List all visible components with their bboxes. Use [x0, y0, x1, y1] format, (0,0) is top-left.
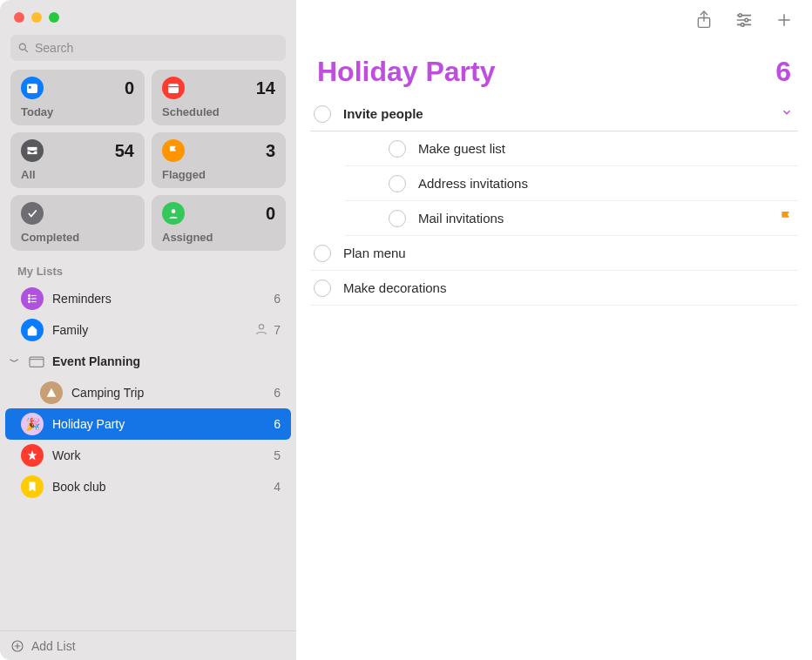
- list-total-count: 6: [775, 56, 791, 88]
- svg-rect-14: [30, 357, 44, 367]
- sidebar: 0 Today 14 Scheduled 54: [0, 0, 296, 660]
- smart-tile-all[interactable]: 54 All: [10, 132, 145, 188]
- smart-tile-count: 14: [256, 78, 275, 98]
- reminder-title: Invite people: [343, 106, 781, 121]
- party-popper-icon: 🎉: [21, 413, 44, 435]
- person-icon: [162, 202, 185, 225]
- main-pane: Holiday Party 6 Invite people Make guest…: [296, 0, 812, 660]
- list-label: Holiday Party: [52, 417, 274, 431]
- plus-icon: [775, 11, 793, 29]
- search-field[interactable]: [10, 35, 286, 61]
- svg-point-22: [745, 18, 748, 22]
- complete-toggle[interactable]: [314, 105, 331, 123]
- add-list-button[interactable]: Add List: [0, 630, 296, 660]
- svg-point-0: [19, 44, 25, 50]
- smart-tile-completed[interactable]: Completed: [10, 195, 145, 251]
- sidebar-item-book-club[interactable]: Book club 4: [0, 471, 296, 502]
- svg-rect-2: [27, 84, 37, 93]
- smart-tile-label: Flagged: [162, 168, 275, 181]
- reminder-title: Make decorations: [343, 280, 798, 295]
- star-icon: [21, 444, 44, 467]
- sidebar-item-reminders[interactable]: Reminders 6: [0, 283, 296, 314]
- close-window-button[interactable]: [14, 12, 24, 23]
- folder-icon: [28, 353, 45, 370]
- calendar-icon: [162, 77, 185, 99]
- smart-tile-today[interactable]: 0 Today: [10, 70, 145, 125]
- reminder-title: Mail invitations: [418, 211, 779, 226]
- reminders-list: Invite people Make guest list Address in…: [296, 97, 812, 306]
- smart-lists-grid: 0 Today 14 Scheduled 54: [0, 70, 296, 251]
- smart-tile-label: Scheduled: [162, 105, 275, 118]
- calendar-today-icon: [21, 77, 44, 99]
- complete-toggle[interactable]: [389, 210, 406, 227]
- fullscreen-window-button[interactable]: [49, 12, 59, 23]
- smart-tile-label: Assigned: [162, 231, 275, 244]
- smart-tile-label: Completed: [21, 231, 134, 244]
- flag-icon[interactable]: [779, 210, 793, 227]
- flag-icon: [162, 139, 185, 162]
- svg-point-13: [260, 324, 264, 328]
- sidebar-item-holiday-party[interactable]: 🎉 Holiday Party 6: [5, 408, 291, 440]
- reminder-title: Address invitations: [418, 176, 798, 191]
- sidebar-item-work[interactable]: Work 5: [0, 440, 296, 471]
- house-icon: [21, 319, 44, 341]
- complete-toggle[interactable]: [389, 175, 406, 192]
- list-bullet-icon: [21, 287, 44, 310]
- reminder-item-invite-people[interactable]: Invite people: [310, 97, 798, 131]
- reminder-title: Make guest list: [418, 141, 798, 156]
- tray-icon: [21, 139, 44, 162]
- svg-point-9: [29, 298, 30, 300]
- smart-tile-scheduled[interactable]: 14 Scheduled: [152, 70, 286, 125]
- expand-subtasks-icon[interactable]: [781, 106, 793, 121]
- search-icon: [17, 42, 30, 54]
- reminder-item-mail-invitations[interactable]: Mail invitations: [345, 201, 798, 236]
- toolbar: [296, 0, 812, 40]
- view-options-button[interactable]: [734, 10, 754, 30]
- new-reminder-button[interactable]: [774, 10, 795, 30]
- svg-rect-4: [168, 84, 179, 93]
- sidebar-section-header: My Lists: [0, 251, 296, 283]
- complete-toggle[interactable]: [314, 245, 331, 262]
- complete-toggle[interactable]: [314, 279, 331, 297]
- list-count: 5: [274, 448, 281, 462]
- add-list-label: Add List: [31, 639, 76, 653]
- minimize-window-button[interactable]: [31, 12, 42, 23]
- svg-point-11: [29, 301, 30, 303]
- tent-icon: [40, 381, 63, 404]
- list-label: Camping Trip: [71, 386, 274, 400]
- reminder-item-make-decorations[interactable]: Make decorations: [310, 271, 798, 306]
- reminder-item-make-guest-list[interactable]: Make guest list: [345, 131, 798, 166]
- list-label: Reminders: [52, 292, 274, 306]
- sidebar-item-camping-trip[interactable]: Camping Trip 6: [0, 377, 296, 408]
- reminder-item-plan-menu[interactable]: Plan menu: [310, 236, 798, 271]
- reminder-item-address-invitations[interactable]: Address invitations: [345, 166, 798, 201]
- group-label: Event Planning: [52, 354, 140, 368]
- chevron-down-icon: ﹀: [7, 355, 21, 368]
- reminders-app-window: 0 Today 14 Scheduled 54: [0, 0, 812, 660]
- smart-tile-flagged[interactable]: 3 Flagged: [152, 132, 286, 188]
- list-filter-icon: [734, 12, 754, 28]
- checkmark-icon: [21, 202, 44, 225]
- sidebar-lists: Reminders 6 Family 7 ﹀ Event Planning: [0, 283, 296, 630]
- complete-toggle[interactable]: [389, 140, 406, 158]
- search-input[interactable]: [35, 41, 279, 55]
- list-count: 6: [274, 417, 281, 431]
- sidebar-group-event-planning[interactable]: ﹀ Event Planning: [0, 346, 296, 377]
- smart-tile-assigned[interactable]: 0 Assigned: [152, 195, 286, 251]
- reminder-title: Plan menu: [343, 246, 798, 260]
- list-header: Holiday Party 6: [296, 40, 812, 97]
- list-label: Work: [52, 448, 274, 462]
- svg-point-7: [29, 295, 30, 297]
- sidebar-item-family[interactable]: Family 7: [0, 314, 296, 346]
- list-label: Book club: [52, 480, 274, 494]
- list-title: Holiday Party: [317, 56, 496, 88]
- smart-tile-count: 0: [125, 78, 134, 98]
- share-button[interactable]: [694, 10, 714, 30]
- list-count: 7: [274, 323, 281, 337]
- svg-point-20: [739, 14, 742, 17]
- share-icon: [695, 10, 713, 30]
- smart-tile-label: Today: [21, 105, 134, 118]
- smart-tile-count: 54: [115, 141, 134, 161]
- plus-circle-icon: [10, 639, 24, 653]
- list-count: 6: [274, 292, 281, 306]
